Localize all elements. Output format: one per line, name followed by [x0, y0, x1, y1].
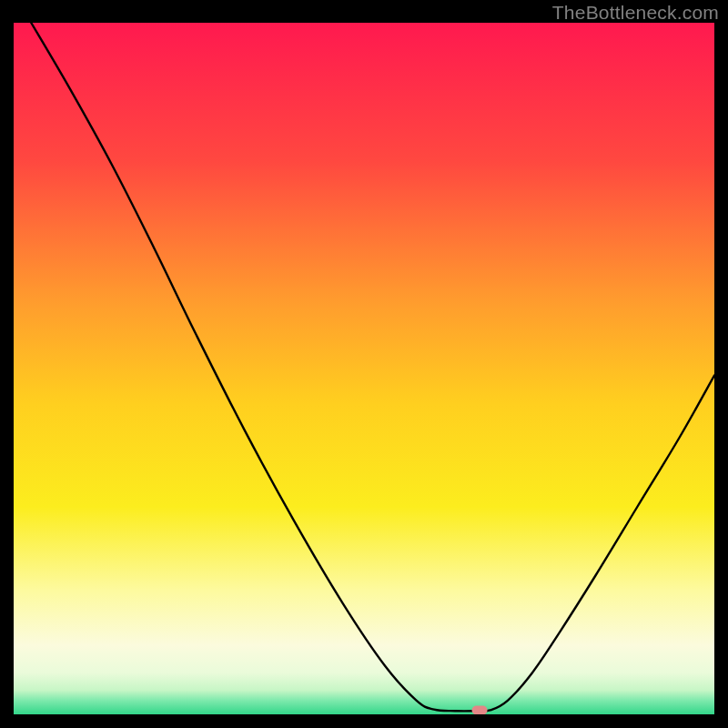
optimal-marker: [472, 705, 488, 714]
plot-area: [14, 23, 714, 714]
chart-frame: TheBottleneck.com: [0, 0, 728, 728]
bottleneck-chart: [14, 23, 714, 714]
gradient-background: [14, 23, 714, 714]
watermark-text: TheBottleneck.com: [552, 2, 719, 24]
